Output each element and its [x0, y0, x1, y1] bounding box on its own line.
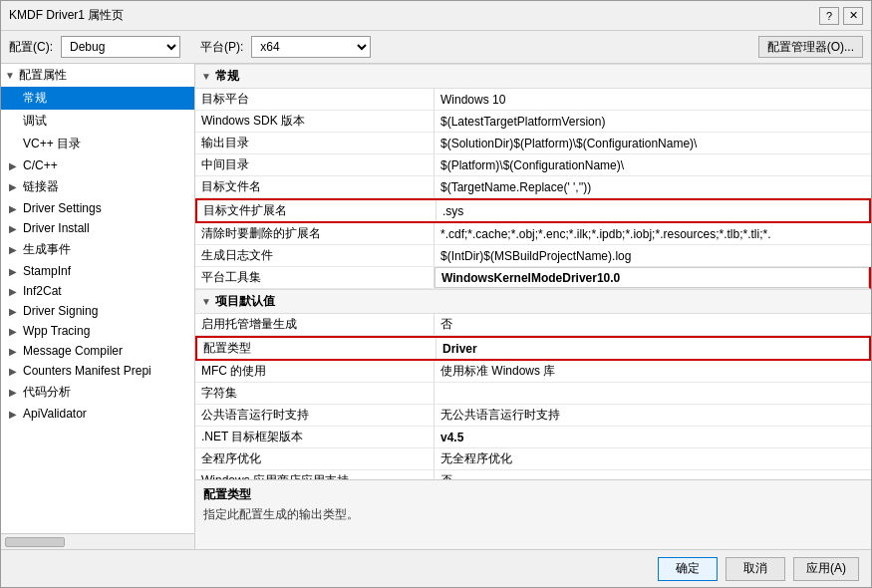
sidebar-item-general[interactable]: 常规 [1, 87, 194, 110]
table-row: 字符集 [195, 383, 871, 405]
cpp-label: C/C++ [23, 158, 58, 172]
prop-name: 中间目录 [195, 154, 435, 175]
code-analysis-label: 代码分析 [23, 384, 71, 401]
tree-arrow-wpp-tracing: ▶ [9, 326, 23, 337]
right-panel: ▼ 常规 目标平台 Windows 10 Windows SDK 版本 $(La… [195, 64, 871, 549]
dialog-title: KMDF Driver1 属性页 [9, 7, 124, 24]
sidebar-item-driver-settings[interactable]: ▶ Driver Settings [1, 198, 194, 218]
tree-arrow-cpp: ▶ [9, 160, 23, 171]
message-compiler-label: Message Compiler [23, 344, 123, 358]
platform-select[interactable]: x64 [251, 36, 371, 58]
table-row: Windows SDK 版本 $(LatestTargetPlatformVer… [195, 111, 871, 133]
linker-label: 链接器 [23, 178, 59, 195]
table-row: 清除时要删除的扩展名 *.cdf;*.cache;*.obj;*.enc;*.i… [195, 223, 871, 245]
sidebar-item-driver-install[interactable]: ▶ Driver Install [1, 218, 194, 238]
apply-button[interactable]: 应用(A) [793, 557, 859, 581]
prop-name: 全程序优化 [195, 448, 435, 469]
prop-value [435, 383, 871, 404]
tree-arrow-config: ▼ [5, 70, 19, 81]
sidebar-item-message-compiler[interactable]: ▶ Message Compiler [1, 341, 194, 361]
prop-value: *.cdf;*.cache;*.obj;*.enc;*.ilk;*.ipdb;*… [435, 223, 871, 244]
sidebar-item-wpp-tracing[interactable]: ▶ Wpp Tracing [1, 321, 194, 341]
prop-value: $(IntDir)$(MSBuildProjectName).log [435, 245, 871, 266]
prop-name: Windows SDK 版本 [195, 111, 435, 132]
config-manager-button[interactable]: 配置管理器(O)... [758, 36, 863, 58]
platform-label: 平台(P): [200, 39, 243, 56]
main-content: ▼ 配置属性 常规 调试 VC++ 目录 ▶ C/C++ ▶ 链接器 ▶ Dri… [1, 63, 871, 549]
tree-arrow-driver-signing: ▶ [9, 306, 23, 317]
tree-arrow-counters-manifest: ▶ [9, 366, 23, 377]
api-validator-label: ApiValidator [23, 407, 87, 421]
sidebar-item-driver-signing[interactable]: ▶ Driver Signing [1, 301, 194, 321]
sidebar-item-stampinf[interactable]: ▶ StampInf [1, 261, 194, 281]
description-title: 配置类型 [203, 486, 863, 503]
section-defaults-label: 项目默认值 [215, 293, 275, 310]
prop-name: 目标文件扩展名 [197, 200, 436, 221]
table-row: .NET 目标框架版本 v4.5 [195, 427, 871, 448]
prop-value: 无公共语言运行时支持 [435, 405, 871, 426]
prop-value: $(Platform)\$(ConfigurationName)\ [435, 154, 871, 175]
prop-value: Driver [436, 338, 869, 359]
prop-value: 无全程序优化 [435, 448, 871, 469]
sidebar-item-debug[interactable]: 调试 [1, 110, 194, 133]
table-row: 公共语言运行时支持 无公共语言运行时支持 [195, 405, 871, 427]
build-events-label: 生成事件 [23, 241, 71, 258]
prop-value: 否 [435, 314, 871, 335]
section-header-general[interactable]: ▼ 常规 [195, 64, 871, 89]
tree-arrow-linker: ▶ [9, 181, 23, 192]
table-row: 目标平台 Windows 10 [195, 89, 871, 111]
table-row-platform-toolset: 平台工具集 WindowsKernelModeDriver10.0 [195, 267, 871, 289]
tree-arrow-inf2cat: ▶ [9, 286, 23, 297]
tree-section-config-props[interactable]: ▼ 配置属性 [1, 64, 194, 87]
tree-arrow-code-analysis: ▶ [9, 387, 23, 398]
counters-manifest-label: Counters Manifest Prepi [23, 364, 151, 378]
sidebar-item-build-events[interactable]: ▶ 生成事件 [1, 238, 194, 261]
section-header-defaults[interactable]: ▼ 项目默认值 [195, 289, 871, 314]
prop-name: 启用托管增量生成 [195, 314, 435, 335]
section-general-label: 常规 [215, 68, 239, 85]
prop-value: WindowsKernelModeDriver10.0 [435, 267, 869, 288]
description-panel: 配置类型 指定此配置生成的输出类型。 [195, 479, 871, 549]
driver-install-label: Driver Install [23, 221, 90, 235]
prop-value: $(TargetName.Replace(' ','')) [435, 176, 871, 197]
driver-settings-label: Driver Settings [23, 201, 102, 215]
sidebar-item-code-analysis[interactable]: ▶ 代码分析 [1, 381, 194, 404]
prop-value: Windows 10 [435, 89, 871, 110]
prop-name: 字符集 [195, 383, 435, 404]
table-row: Windows 应用商店应用支持 否 [195, 470, 871, 479]
tree-arrow-driver-install: ▶ [9, 223, 23, 234]
toolbar-right: 配置管理器(O)... [758, 36, 863, 58]
section-arrow-general: ▼ [201, 71, 211, 82]
tree-arrow-message-compiler: ▶ [9, 346, 23, 357]
prop-value: $(SolutionDir)$(Platform)\$(Configuratio… [435, 133, 871, 153]
sidebar-item-counters-manifest[interactable]: ▶ Counters Manifest Prepi [1, 361, 194, 381]
prop-name: 输出目录 [195, 133, 435, 153]
sidebar-item-vcpp[interactable]: VC++ 目录 [1, 133, 194, 155]
table-row: 全程序优化 无全程序优化 [195, 448, 871, 470]
inf2cat-label: Inf2Cat [23, 284, 62, 298]
ok-button[interactable]: 确定 [658, 557, 718, 581]
footer: 确定 取消 应用(A) [1, 549, 871, 587]
sidebar-item-cpp[interactable]: ▶ C/C++ [1, 155, 194, 175]
prop-value: 使用标准 Windows 库 [435, 361, 871, 382]
cancel-button[interactable]: 取消 [726, 557, 785, 581]
scrollbar-thumb[interactable] [5, 537, 65, 547]
sidebar-item-inf2cat[interactable]: ▶ Inf2Cat [1, 281, 194, 301]
help-button[interactable]: ? [819, 7, 839, 25]
tree-arrow-api-validator: ▶ [9, 409, 23, 420]
config-props-label: 配置属性 [19, 67, 67, 84]
table-row: MFC 的使用 使用标准 Windows 库 [195, 361, 871, 383]
sidebar-item-linker[interactable]: ▶ 链接器 [1, 175, 194, 198]
left-scrollbar[interactable] [1, 533, 194, 549]
title-bar-buttons: ? ✕ [819, 7, 863, 25]
left-panel: ▼ 配置属性 常规 调试 VC++ 目录 ▶ C/C++ ▶ 链接器 ▶ Dri… [1, 64, 195, 549]
sidebar-item-api-validator[interactable]: ▶ ApiValidator [1, 404, 194, 424]
table-row-config-type: 配置类型 Driver [195, 336, 871, 361]
tree-arrow-stampinf: ▶ [9, 266, 23, 277]
close-button[interactable]: ✕ [843, 7, 863, 25]
config-select[interactable]: Debug [61, 36, 180, 58]
prop-name: 目标平台 [195, 89, 435, 110]
properties-table: ▼ 常规 目标平台 Windows 10 Windows SDK 版本 $(La… [195, 64, 871, 479]
table-row-target-ext: 目标文件扩展名 .sys [195, 198, 871, 223]
toolbar: 配置(C): Debug 平台(P): x64 配置管理器(O)... [1, 31, 871, 63]
